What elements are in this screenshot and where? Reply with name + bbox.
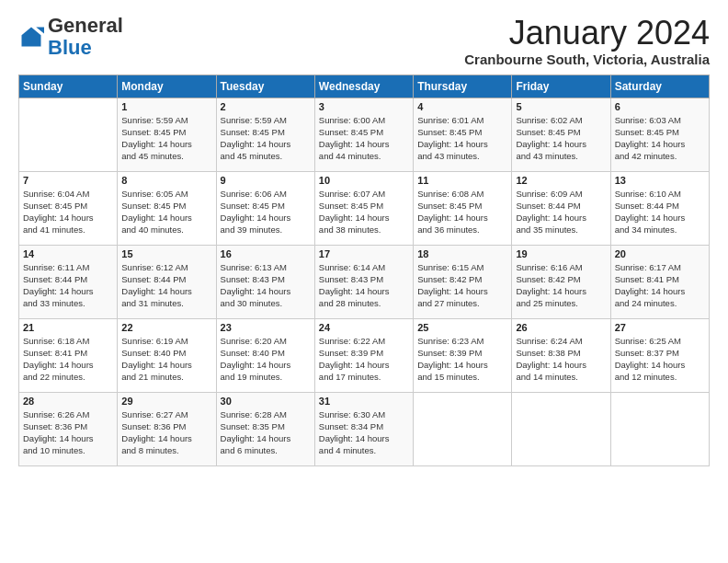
day-number: 8 [121, 175, 211, 186]
day-number: 14 [23, 248, 113, 259]
day-info: Sunrise: 6:06 AM Sunset: 8:45 PM Dayligh… [221, 188, 311, 236]
day-info: Sunrise: 6:30 AM Sunset: 8:34 PM Dayligh… [319, 408, 409, 457]
calendar-cell: 3Sunrise: 6:00 AM Sunset: 8:45 PM Daylig… [314, 98, 413, 171]
calendar-cell: 2Sunrise: 5:59 AM Sunset: 8:45 PM Daylig… [216, 98, 314, 171]
day-info: Sunrise: 6:05 AM Sunset: 8:45 PM Dayligh… [121, 188, 211, 236]
day-info: Sunrise: 6:17 AM Sunset: 8:41 PM Dayligh… [615, 261, 705, 310]
day-number: 7 [23, 175, 113, 186]
day-info: Sunrise: 6:18 AM Sunset: 8:41 PM Dayligh… [23, 335, 113, 384]
day-info: Sunrise: 6:10 AM Sunset: 8:44 PM Dayligh… [615, 188, 705, 236]
day-number: 27 [615, 322, 705, 333]
day-info: Sunrise: 6:19 AM Sunset: 8:40 PM Dayligh… [121, 335, 211, 384]
header: General Blue January 2024 Cranbourne Sou… [18, 15, 710, 67]
day-info: Sunrise: 5:59 AM Sunset: 8:45 PM Dayligh… [221, 114, 311, 163]
calendar-cell: 7Sunrise: 6:04 AM Sunset: 8:45 PM Daylig… [19, 171, 118, 245]
calendar-cell [414, 392, 512, 465]
day-number: 13 [615, 175, 705, 186]
calendar-cell: 21Sunrise: 6:18 AM Sunset: 8:41 PM Dayli… [19, 318, 118, 392]
day-info: Sunrise: 6:11 AM Sunset: 8:44 PM Dayligh… [23, 261, 113, 310]
calendar-cell: 10Sunrise: 6:07 AM Sunset: 8:45 PM Dayli… [314, 171, 413, 245]
day-info: Sunrise: 6:16 AM Sunset: 8:42 PM Dayligh… [516, 261, 606, 310]
calendar-subtitle: Cranbourne South, Victoria, Australia [464, 52, 710, 67]
weekday-header-friday: Friday [512, 75, 610, 98]
day-number: 9 [221, 175, 311, 186]
day-number: 12 [516, 175, 606, 186]
calendar-title: January 2024 [464, 15, 710, 52]
day-number: 23 [221, 322, 311, 333]
calendar-cell: 4Sunrise: 6:01 AM Sunset: 8:45 PM Daylig… [414, 98, 512, 171]
day-info: Sunrise: 6:23 AM Sunset: 8:39 PM Dayligh… [417, 335, 507, 384]
weekday-header-monday: Monday [118, 75, 216, 98]
day-info: Sunrise: 6:22 AM Sunset: 8:39 PM Dayligh… [319, 335, 409, 384]
day-info: Sunrise: 5:59 AM Sunset: 8:45 PM Dayligh… [121, 114, 211, 163]
calendar-week-row: 28Sunrise: 6:26 AM Sunset: 8:36 PM Dayli… [19, 392, 710, 465]
calendar-cell: 6Sunrise: 6:03 AM Sunset: 8:45 PM Daylig… [610, 98, 709, 171]
calendar-cell: 15Sunrise: 6:12 AM Sunset: 8:44 PM Dayli… [118, 245, 216, 318]
day-info: Sunrise: 6:20 AM Sunset: 8:40 PM Dayligh… [221, 335, 311, 384]
day-info: Sunrise: 6:03 AM Sunset: 8:45 PM Dayligh… [615, 114, 705, 163]
calendar-cell: 31Sunrise: 6:30 AM Sunset: 8:34 PM Dayli… [314, 392, 413, 465]
day-number: 24 [319, 322, 409, 333]
calendar-cell: 13Sunrise: 6:10 AM Sunset: 8:44 PM Dayli… [610, 171, 709, 245]
day-info: Sunrise: 6:02 AM Sunset: 8:45 PM Dayligh… [516, 114, 606, 163]
calendar-cell: 14Sunrise: 6:11 AM Sunset: 8:44 PM Dayli… [19, 245, 118, 318]
weekday-header-row: SundayMondayTuesdayWednesdayThursdayFrid… [19, 75, 710, 98]
calendar-cell: 27Sunrise: 6:25 AM Sunset: 8:37 PM Dayli… [610, 318, 709, 392]
day-number: 10 [319, 175, 409, 186]
calendar-cell: 1Sunrise: 5:59 AM Sunset: 8:45 PM Daylig… [118, 98, 216, 171]
weekday-header-saturday: Saturday [610, 75, 709, 98]
calendar-cell: 29Sunrise: 6:27 AM Sunset: 8:36 PM Dayli… [118, 392, 216, 465]
calendar-cell: 16Sunrise: 6:13 AM Sunset: 8:43 PM Dayli… [216, 245, 314, 318]
title-block: January 2024 Cranbourne South, Victoria,… [464, 15, 710, 67]
page: General Blue January 2024 Cranbourne Sou… [0, 0, 728, 476]
calendar-week-row: 1Sunrise: 5:59 AM Sunset: 8:45 PM Daylig… [19, 98, 710, 171]
calendar-cell: 30Sunrise: 6:28 AM Sunset: 8:35 PM Dayli… [216, 392, 314, 465]
day-number: 20 [615, 248, 705, 259]
calendar-cell: 8Sunrise: 6:05 AM Sunset: 8:45 PM Daylig… [118, 171, 216, 245]
day-number: 15 [121, 248, 211, 259]
calendar-cell: 11Sunrise: 6:08 AM Sunset: 8:45 PM Dayli… [414, 171, 512, 245]
calendar-cell: 19Sunrise: 6:16 AM Sunset: 8:42 PM Dayli… [512, 245, 610, 318]
day-info: Sunrise: 6:15 AM Sunset: 8:42 PM Dayligh… [417, 261, 507, 310]
calendar-cell: 28Sunrise: 6:26 AM Sunset: 8:36 PM Dayli… [19, 392, 118, 465]
weekday-header-thursday: Thursday [414, 75, 512, 98]
calendar-cell: 22Sunrise: 6:19 AM Sunset: 8:40 PM Dayli… [118, 318, 216, 392]
day-number: 26 [516, 322, 606, 333]
day-info: Sunrise: 6:26 AM Sunset: 8:36 PM Dayligh… [23, 408, 113, 457]
calendar-cell: 26Sunrise: 6:24 AM Sunset: 8:38 PM Dayli… [512, 318, 610, 392]
day-number: 31 [319, 396, 409, 407]
day-number: 11 [417, 175, 507, 186]
calendar-cell [512, 392, 610, 465]
day-info: Sunrise: 6:04 AM Sunset: 8:45 PM Dayligh… [23, 188, 113, 236]
calendar-week-row: 14Sunrise: 6:11 AM Sunset: 8:44 PM Dayli… [19, 245, 710, 318]
weekday-header-tuesday: Tuesday [216, 75, 314, 98]
svg-marker-0 [22, 28, 41, 47]
calendar-cell: 20Sunrise: 6:17 AM Sunset: 8:41 PM Dayli… [610, 245, 709, 318]
day-info: Sunrise: 6:12 AM Sunset: 8:44 PM Dayligh… [121, 261, 211, 310]
logo: General Blue [18, 15, 123, 59]
calendar-cell: 18Sunrise: 6:15 AM Sunset: 8:42 PM Dayli… [414, 245, 512, 318]
day-info: Sunrise: 6:24 AM Sunset: 8:38 PM Dayligh… [516, 335, 606, 384]
day-number: 5 [516, 101, 606, 112]
weekday-header-sunday: Sunday [19, 75, 118, 98]
calendar-cell: 5Sunrise: 6:02 AM Sunset: 8:45 PM Daylig… [512, 98, 610, 171]
day-info: Sunrise: 6:00 AM Sunset: 8:45 PM Dayligh… [319, 114, 409, 163]
day-info: Sunrise: 6:14 AM Sunset: 8:43 PM Dayligh… [319, 261, 409, 310]
day-number: 21 [23, 322, 113, 333]
day-number: 29 [121, 396, 211, 407]
logo-blue: Blue [48, 36, 92, 59]
calendar-cell: 9Sunrise: 6:06 AM Sunset: 8:45 PM Daylig… [216, 171, 314, 245]
logo-icon [18, 24, 44, 50]
day-number: 6 [615, 101, 705, 112]
logo-general: General [48, 14, 123, 37]
day-info: Sunrise: 6:08 AM Sunset: 8:45 PM Dayligh… [417, 188, 507, 236]
calendar-cell: 24Sunrise: 6:22 AM Sunset: 8:39 PM Dayli… [314, 318, 413, 392]
day-number: 18 [417, 248, 507, 259]
day-info: Sunrise: 6:01 AM Sunset: 8:45 PM Dayligh… [417, 114, 507, 163]
day-number: 1 [121, 101, 211, 112]
day-info: Sunrise: 6:28 AM Sunset: 8:35 PM Dayligh… [221, 408, 311, 457]
calendar-cell: 12Sunrise: 6:09 AM Sunset: 8:44 PM Dayli… [512, 171, 610, 245]
calendar-table: SundayMondayTuesdayWednesdayThursdayFrid… [18, 75, 710, 466]
calendar-week-row: 7Sunrise: 6:04 AM Sunset: 8:45 PM Daylig… [19, 171, 710, 245]
day-info: Sunrise: 6:09 AM Sunset: 8:44 PM Dayligh… [516, 188, 606, 236]
